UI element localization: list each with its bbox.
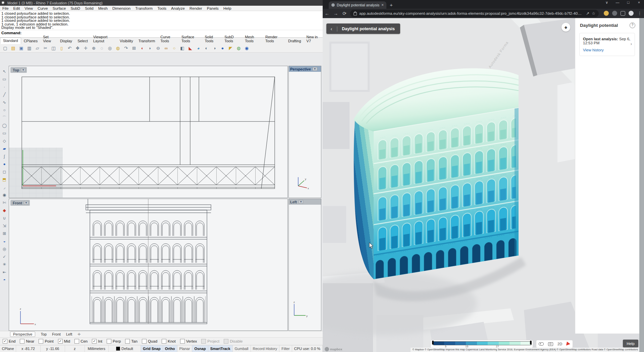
extension-icon[interactable] — [612, 11, 617, 16]
menu-subd[interactable]: SubD — [68, 6, 83, 10]
back-icon[interactable]: ← — [323, 11, 331, 16]
freeform-curve-icon[interactable]: ∿ — [1, 99, 8, 106]
viewport-top-title[interactable]: Top▼ — [10, 67, 27, 73]
viewport-tab-front[interactable]: Front — [52, 332, 61, 336]
osnap-point[interactable]: Point — [39, 339, 53, 344]
curve-from-objects-icon[interactable]: ∫ — [1, 153, 8, 160]
chevron-right-icon[interactable]: › — [631, 41, 632, 46]
toggle-planar[interactable]: Planar — [177, 345, 193, 352]
reload-icon[interactable]: ⟳ — [340, 11, 349, 16]
earth-icon[interactable]: ◍ — [235, 45, 242, 52]
explode-icon[interactable]: ✳ — [1, 261, 8, 268]
viewport-left-title[interactable]: Left▼ — [289, 199, 321, 205]
panel-help-icon[interactable]: ? — [630, 22, 635, 28]
checkbox[interactable] — [142, 339, 147, 344]
legend-gradient-bar[interactable] — [433, 341, 532, 345]
move-icon[interactable]: ✛ — [82, 45, 89, 52]
osnap-near[interactable]: Near — [20, 339, 34, 344]
visibility-icon[interactable]: ◎ — [1, 246, 8, 252]
view-history-link[interactable]: View history — [583, 48, 604, 52]
menu-kebab-icon[interactable]: ⋮ — [635, 11, 644, 16]
menu-tools[interactable]: Tools — [155, 6, 169, 10]
viewport-tab-top[interactable]: Top — [41, 332, 47, 336]
visibility-eye-icon[interactable] — [539, 342, 544, 346]
extrude-icon[interactable]: ⬒ — [1, 176, 8, 183]
toggle-osnap[interactable]: Osnap — [192, 345, 208, 352]
menu-panels[interactable]: Panels — [205, 6, 221, 10]
osnap-mid[interactable]: Mid — [58, 339, 70, 344]
checkbox[interactable] — [201, 339, 206, 344]
viewport-layout-icon[interactable]: ⊞ — [130, 45, 138, 52]
eraser-icon[interactable]: ◗ — [147, 45, 154, 52]
menu-curve[interactable]: Curve — [35, 6, 50, 10]
cut-icon[interactable]: ✂ — [42, 45, 49, 52]
checkbox[interactable] — [180, 339, 185, 344]
tab-search-chevron-icon[interactable]: ∨ — [602, 0, 612, 5]
status-units[interactable]: Millimeters — [85, 345, 109, 352]
analysis-cone-icon[interactable] — [566, 342, 571, 346]
tab-solid-tools[interactable]: Solid Tools — [202, 34, 222, 44]
address-bar[interactable]: app.autodeskforma.eu/sky-component-analy… — [350, 10, 599, 17]
status-cplane[interactable]: CPlane — [0, 345, 16, 352]
measure-icon[interactable]: ◓ — [1, 276, 8, 283]
osnap-vertex[interactable]: Vertex — [180, 339, 197, 344]
render-blue-sphere-icon[interactable]: ● — [219, 45, 226, 52]
surface-icon[interactable]: ▰ — [1, 145, 8, 152]
flag-icon[interactable]: ◣ — [187, 45, 194, 52]
browser-tab[interactable]: Daylight potential analysis × — [329, 1, 386, 9]
checkbox[interactable] — [58, 339, 63, 344]
tab-display[interactable]: Display — [57, 38, 75, 44]
rectangle-icon[interactable]: ▭ — [1, 130, 8, 137]
paste-icon[interactable]: ▯ — [58, 45, 65, 52]
new-viewport-tab-icon[interactable]: ✛ — [77, 332, 80, 337]
profile-avatar[interactable] — [629, 11, 634, 16]
toggle-record-history[interactable]: Record History — [251, 345, 280, 352]
menu-edit[interactable]: Edit — [11, 6, 22, 10]
viewport-perspective[interactable]: Perspective▼ x y — [288, 66, 321, 198]
viewport-tab-left[interactable]: Left — [66, 332, 72, 336]
fillet-icon[interactable]: ◞ — [1, 184, 8, 191]
status-layer[interactable]: Default — [109, 345, 141, 352]
window-maximize-icon[interactable]: □ — [623, 0, 633, 4]
forma-map-canvas[interactable]: Autodesk Forma ‹ | Daylight potential an… — [323, 18, 639, 352]
tab-select[interactable]: Select — [75, 38, 91, 44]
menu-file[interactable]: File — [0, 6, 11, 10]
checkbox[interactable] — [3, 339, 7, 344]
tab-close-icon[interactable]: × — [381, 3, 384, 7]
lock-icon[interactable]: ◧ — [179, 45, 186, 52]
checkbox[interactable] — [39, 339, 43, 344]
viewport-menu-arrow-icon[interactable]: ▼ — [21, 68, 25, 72]
arc-icon[interactable]: ⌒ — [1, 114, 8, 121]
tab-set-view[interactable]: Set View — [40, 34, 57, 44]
last-analysis-card[interactable]: Open last analysis: Sep 6, 12:53 PM › Vi… — [579, 33, 635, 56]
viewport-tab-perspective[interactable]: Perspective — [10, 332, 35, 337]
join-icon[interactable]: ∪ — [1, 215, 8, 221]
osnap-knot[interactable]: Knot — [162, 339, 176, 344]
dimension-icon[interactable]: ⇤ — [1, 269, 8, 275]
menu-mesh[interactable]: Mesh — [96, 6, 110, 10]
help-globe-icon[interactable]: ◉ — [243, 45, 250, 52]
split-icon[interactable]: ◆ — [1, 207, 8, 214]
tab-viewport-layout[interactable]: Viewport Layout — [91, 34, 117, 44]
tab-curve-tools[interactable]: Curve Tools — [158, 34, 179, 44]
copy-icon[interactable]: ◫ — [50, 45, 57, 52]
share-icon[interactable]: ↗ — [586, 11, 589, 16]
viewport-menu-arrow-icon[interactable]: ▼ — [313, 67, 317, 71]
glasses-icon[interactable]: ∞ — [163, 45, 170, 52]
check-icon[interactable]: ✓ — [1, 253, 8, 260]
sphere-icon[interactable]: ● — [1, 161, 8, 167]
toggle-smarttrack[interactable]: SmartTrack — [208, 345, 233, 352]
tab-new-in-v7[interactable]: New in V7 — [304, 34, 323, 44]
pan-car-icon[interactable]: ◖ — [139, 45, 146, 52]
shade-sphere-icon[interactable]: ◐ — [203, 45, 210, 52]
help-button[interactable]: Help — [623, 340, 638, 347]
menu-solid[interactable]: Solid — [83, 6, 96, 10]
pan-icon[interactable]: ✥ — [74, 45, 81, 52]
tab-mesh-tools[interactable]: Mesh Tools — [242, 34, 263, 44]
open-file-icon[interactable]: ▤ — [10, 45, 17, 52]
osnap-end[interactable]: End — [3, 339, 15, 344]
checkbox[interactable] — [107, 339, 111, 344]
rotate-view-icon[interactable]: ↷ — [122, 45, 129, 52]
undo-icon[interactable]: ↶ — [66, 45, 73, 52]
tab-subd-tools[interactable]: SubD Tools — [222, 34, 242, 44]
